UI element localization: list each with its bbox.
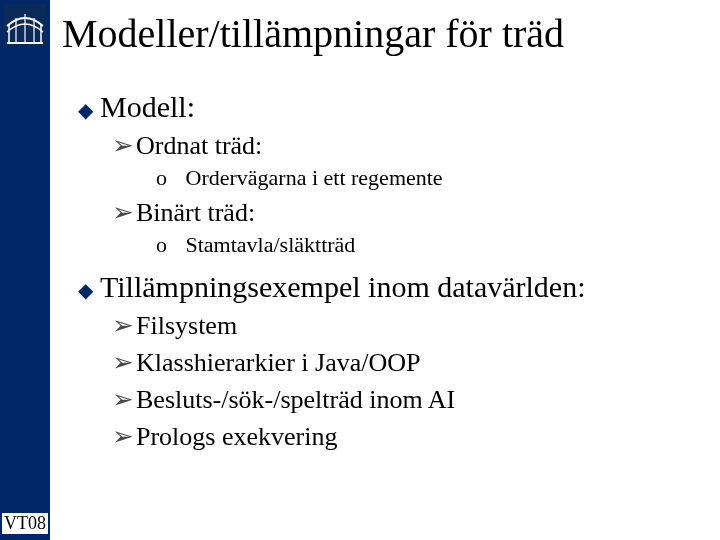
bullet-ordered-tree-sub: o Ordervägarna i ett regemente [156, 165, 700, 191]
chevron-icon: ➢ [112, 310, 136, 341]
app-1-label: Klasshierarkier i Java/OOP [136, 348, 420, 377]
bullet-ordered-tree: ➢Ordnat träd: [112, 130, 700, 161]
circle-icon: o [156, 232, 180, 258]
chevron-icon: ➢ [112, 421, 136, 452]
term-label: VT08 [2, 513, 48, 534]
bullet-app-1: ➢Klasshierarkier i Java/OOP [112, 347, 700, 378]
bullet-app-0: ➢Filsystem [112, 310, 700, 341]
chevron-icon: ➢ [112, 347, 136, 378]
circle-icon: o [156, 165, 180, 191]
slide: Datastrukturer och algoritmer VT08 Model… [0, 0, 720, 540]
bullet-app-3: ➢Prologs exekvering [112, 421, 700, 452]
chevron-icon: ➢ [112, 384, 136, 415]
apps-heading-tail: inom datavärlden: [361, 270, 586, 303]
institution-logo [4, 4, 46, 46]
app-0-label: Filsystem [136, 311, 237, 340]
sidebar-course-label: Datastrukturer och algoritmer [0, 58, 50, 488]
app-2-label: Besluts-/sök-/spelträd inom AI [136, 385, 455, 414]
bullet-applications: ◆Tillämpningsexempel inom datavärlden: [78, 270, 700, 304]
bullet-binary-tree-sub: o Stamtavla/släktträd [156, 232, 700, 258]
model-heading: Modell: [100, 90, 195, 123]
bullet-model: ◆Modell: [78, 90, 700, 124]
slide-title: Modeller/tillämpningar för träd [62, 10, 564, 57]
app-3-label: Prologs exekvering [136, 422, 337, 451]
bullet-binary-tree: ➢Binärt träd: [112, 197, 700, 228]
ordered-tree-sub-0: Ordervägarna i ett regemente [186, 165, 443, 190]
chevron-icon: ➢ [112, 130, 136, 161]
diamond-icon: ◆ [78, 98, 100, 122]
diamond-icon: ◆ [78, 278, 100, 302]
bullet-app-2: ➢Besluts-/sök-/spelträd inom AI [112, 384, 700, 415]
slide-content: ◆Modell: ➢Ordnat träd: o Ordervägarna i … [78, 78, 700, 452]
apps-heading-lead: Tillämpningsexempel [100, 270, 361, 303]
ordered-tree-label: Ordnat träd: [136, 131, 262, 160]
chevron-icon: ➢ [112, 197, 136, 228]
binary-tree-sub-0: Stamtavla/släktträd [186, 232, 356, 257]
binary-tree-label: Binärt träd: [136, 198, 255, 227]
